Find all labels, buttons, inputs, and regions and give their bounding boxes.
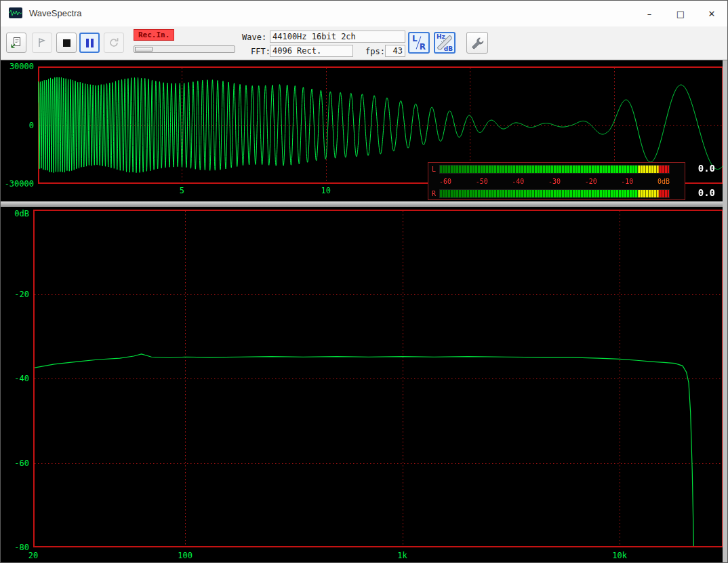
wave-xtick-5: 5 [180,186,184,195]
fft-settings-field[interactable]: 4096 Rect. [270,45,353,57]
meter-scale-label: -50 [476,176,488,187]
pause-button[interactable] [79,33,100,53]
play-flag-icon [37,37,47,48]
hz-db-scale-button[interactable]: Hz dB [434,32,456,54]
fps-label: fps: [365,46,385,57]
spec-ytick--40: -40 [2,374,29,383]
settings-button[interactable] [466,32,488,54]
meter-scale-label: -40 [512,176,524,187]
wave-ytick-0: 0 [3,121,34,130]
window-title: WaveSpectra [29,8,82,18]
meter-right-label: R [432,189,436,198]
meter-bar-left [439,165,670,174]
repeat-button[interactable] [104,33,124,53]
spec-xtick-20: 20 [28,551,38,560]
window-right-edge [723,60,727,563]
meter-right-value: 0.0 [684,187,715,198]
fft-label: FFT: [251,46,270,57]
rec-in-indicator: Rec.In. [134,29,174,41]
close-button[interactable]: ✕ [696,1,727,26]
spec-ytick--20: -20 [2,290,29,299]
maximize-button[interactable]: □ [665,1,696,26]
wave-xtick-10: 10 [321,186,331,195]
hz-db-icon: Hz dB [435,33,454,52]
pause-icon [86,39,94,47]
spec-xtick-10k: 10k [612,551,627,560]
wave-label: Wave: [242,32,266,43]
stop-button[interactable] [56,33,77,53]
open-file-button[interactable] [6,33,26,53]
spec-ytick--60: -60 [2,459,29,468]
panel-splitter[interactable] [1,201,728,207]
meter-bar-right [439,189,670,198]
spectrum-canvas [33,210,723,547]
play-button[interactable] [32,33,52,53]
wavespectra-window: WaveSpectra – □ ✕ [0,0,728,563]
lr-channel-button[interactable]: L R [408,32,430,54]
fps-field[interactable]: 43 [385,45,405,57]
meter-scale-label: -20 [585,176,597,187]
spec-xtick-100: 100 [178,551,193,560]
meter-scale-label: 0dB [658,176,670,187]
wave-ytick--30000: -30000 [3,179,34,189]
wave-format-field[interactable]: 44100Hz 16bit 2ch [270,31,405,43]
meter-left-value: 0.0 [684,163,715,174]
position-slider[interactable] [134,45,235,53]
meter-scale-label: -10 [621,176,633,187]
repeat-icon [108,37,119,48]
meter-scale-label: -30 [548,176,561,187]
stop-icon [63,39,70,47]
spec-ytick-0dB: 0dB [2,209,29,218]
meter-scale: -60 -50 -40 -30 -20 -10 0dB [439,176,670,187]
open-file-icon [10,37,22,49]
lr-icon: L R [409,33,428,52]
window-controls: – □ ✕ [634,1,727,26]
wave-ytick-30000: 30000 [3,62,34,71]
slider-thumb[interactable] [135,47,153,52]
app-icon [9,7,22,18]
titlebar: WaveSpectra – □ ✕ [1,1,727,26]
minimize-button[interactable]: – [634,1,665,26]
meter-scale-label: -60 [439,176,451,187]
meter-left-label: L [432,165,436,174]
spec-ytick--80: -80 [2,543,29,552]
wrench-icon [471,37,484,50]
spec-xtick-1k: 1k [397,551,407,560]
waveform-panel: L -60 -50 -40 -30 -20 -10 0dB R 0.0 0.0 … [1,60,728,201]
toolbar: Rec.In. Wave: 44100Hz 16bit 2ch FFT: 409… [1,26,727,60]
level-meter: L -60 -50 -40 -30 -20 -10 0dB R [428,162,685,200]
spectrum-panel: 0dB-20-40-60-80201001k10k [1,207,728,563]
